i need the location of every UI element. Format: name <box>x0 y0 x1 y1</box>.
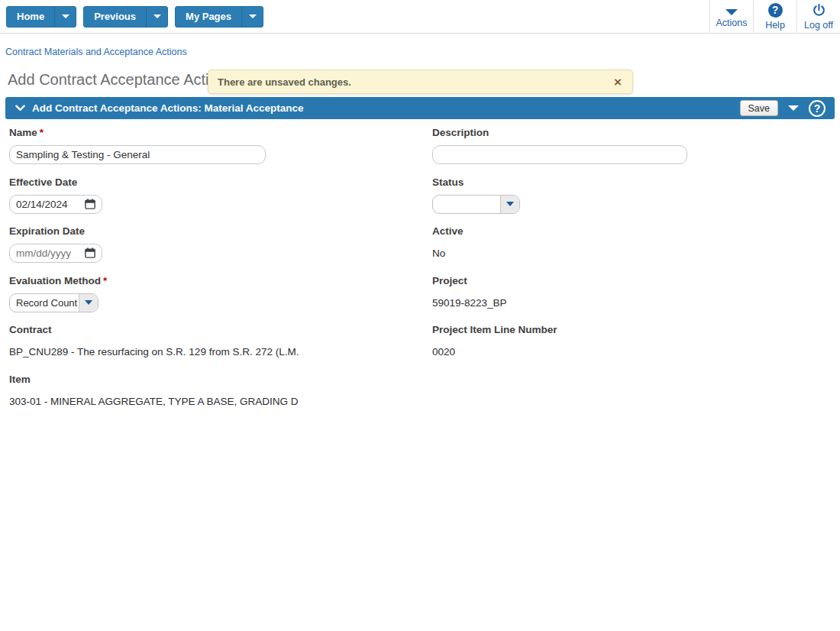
help-icon: ? <box>768 3 783 18</box>
my-pages-button-label[interactable]: My Pages <box>176 7 241 27</box>
active-label: Active <box>432 225 834 237</box>
section-title: Add Contract Acceptance Actions: Materia… <box>32 102 304 114</box>
name-label: Name* <box>9 127 432 138</box>
expiration-date-input[interactable] <box>9 244 102 263</box>
section-actions: Save ? <box>740 100 835 117</box>
item-label: Item <box>9 374 432 385</box>
evaluation-method-label: Evaluation Method* <box>9 275 432 286</box>
project-label: Project <box>432 275 834 286</box>
required-asterisk: * <box>40 127 44 138</box>
field-project: Project 59019-8223_BP <box>432 272 834 322</box>
chevron-down-icon <box>506 202 514 206</box>
status-selected-value <box>433 196 500 213</box>
status-select[interactable] <box>432 195 520 214</box>
section-help-icon[interactable]: ? <box>809 100 825 117</box>
home-dropdown-arrow[interactable] <box>54 7 76 27</box>
form-area: Name* Description Effective Date Stat <box>9 124 834 419</box>
required-asterisk: * <box>103 275 107 286</box>
actions-label: Actions <box>716 18 748 28</box>
nav-button-group: Home Previous My Pages <box>0 6 263 28</box>
status-label: Status <box>432 176 834 188</box>
section-header: Add Contract Acceptance Actions: Materia… <box>5 97 835 119</box>
description-label: Description <box>432 127 834 138</box>
home-button[interactable]: Home <box>6 6 76 28</box>
my-pages-dropdown-arrow[interactable] <box>241 7 263 27</box>
actions-triangle-icon <box>725 9 738 15</box>
name-input[interactable] <box>9 145 266 164</box>
contract-value: BP_CNU289 - The resurfacing on S.R. 129 … <box>9 346 299 358</box>
project-item-line-number-value: 0020 <box>432 346 455 358</box>
contract-label: Contract <box>9 324 432 335</box>
evaluation-method-selected-value: Record Count <box>10 294 79 312</box>
unsaved-changes-toast: There are unsaved changes. × <box>208 70 633 94</box>
field-status: Status <box>432 173 834 223</box>
save-button[interactable]: Save <box>740 100 779 116</box>
breadcrumb[interactable]: Contract Materials and Acceptance Action… <box>5 47 187 57</box>
actions-menu-button[interactable]: Actions <box>709 0 753 34</box>
previous-button[interactable]: Previous <box>83 6 168 28</box>
field-expiration-date: Expiration Date <box>9 222 432 272</box>
page-title: Add Contract Acceptance Action <box>8 71 226 89</box>
previous-dropdown-arrow[interactable] <box>146 7 167 27</box>
status-dropdown-button[interactable] <box>500 196 519 213</box>
section-actions-menu-icon[interactable] <box>788 105 799 111</box>
chevron-down-icon <box>62 15 69 18</box>
chevron-down-icon <box>153 15 161 18</box>
top-navigation-bar: Home Previous My Pages Actions ? Help Lo… <box>0 0 840 34</box>
help-button[interactable]: ? Help <box>753 0 796 34</box>
field-project-item-line-number: Project Item Line Number 0020 <box>432 321 834 371</box>
field-effective-date: Effective Date <box>9 173 432 223</box>
active-value: No <box>432 248 445 259</box>
power-icon <box>812 3 826 18</box>
chevron-down-icon <box>85 300 92 305</box>
help-label: Help <box>765 20 785 31</box>
nav-utility-group: Actions ? Help Log off <box>709 0 840 34</box>
field-evaluation-method: Evaluation Method* Record Count <box>9 272 432 322</box>
previous-button-label[interactable]: Previous <box>84 7 146 27</box>
evaluation-method-select[interactable]: Record Count <box>9 293 99 312</box>
logoff-button[interactable]: Log off <box>796 0 840 34</box>
item-value: 303-01 - MINERAL AGGREGATE, TYPE A BASE,… <box>9 396 299 407</box>
field-description: Description <box>432 124 834 173</box>
close-icon[interactable]: × <box>614 76 622 89</box>
my-pages-button[interactable]: My Pages <box>175 6 263 28</box>
effective-date-input[interactable] <box>9 195 102 214</box>
project-item-line-number-label: Project Item Line Number <box>432 324 834 335</box>
collapse-chevron-icon[interactable] <box>15 105 25 112</box>
toast-message: There are unsaved changes. <box>208 76 351 88</box>
evaluation-method-dropdown-button[interactable] <box>79 294 98 312</box>
effective-date-picker <box>9 195 102 214</box>
field-item: Item 303-01 - MINERAL AGGREGATE, TYPE A … <box>9 371 432 420</box>
effective-date-label: Effective Date <box>9 176 432 188</box>
field-contract: Contract BP_CNU289 - The resurfacing on … <box>9 321 432 371</box>
empty-cell <box>432 371 834 420</box>
chevron-down-icon <box>249 15 257 18</box>
logoff-label: Log off <box>804 20 833 31</box>
field-active: Active No <box>432 222 834 272</box>
field-name: Name* <box>9 124 432 173</box>
home-button-label[interactable]: Home <box>7 7 54 27</box>
description-input[interactable] <box>432 145 687 164</box>
expiration-date-picker <box>9 244 102 263</box>
expiration-date-label: Expiration Date <box>9 225 432 237</box>
project-value: 59019-8223_BP <box>432 297 507 309</box>
